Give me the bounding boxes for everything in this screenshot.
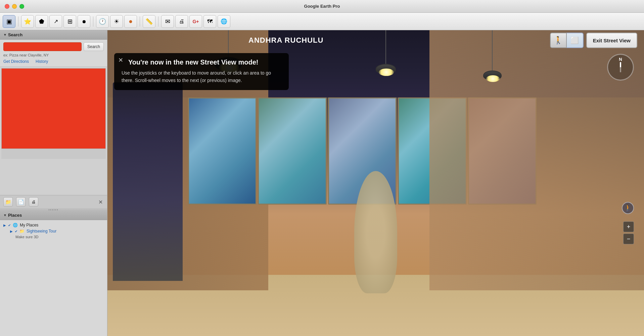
list-item[interactable]: ▶ ✔ 🌐 My Places — [3, 222, 104, 228]
street-view-tooltip: ✕ You're now in the new Street View mode… — [114, 53, 289, 90]
search-result-area — [0, 67, 107, 195]
toggle-sidebar-button[interactable]: ▣ — [3, 15, 15, 28]
add-polygon-button[interactable]: ⬟ — [35, 15, 48, 28]
check-icon: ✔ — [8, 223, 11, 227]
location-name: ANDHRA RUCHULU — [248, 36, 323, 45]
main-toolbar: ▣ ⭐ ⬟ ↗ ⊞ ⏺ 🕐 ☀ ● 📏 ✉ 🖨 G+ 🗺 🌐 — [0, 13, 644, 30]
gplus-icon: G+ — [192, 19, 199, 24]
maximize-window-button[interactable] — [19, 4, 24, 9]
tooltip-body: Use the joysticks or the keyboard to mov… — [122, 70, 283, 84]
record-tour-button[interactable]: ⏺ — [78, 15, 90, 28]
sightseeing-tour-label: Sightseeing Tour — [27, 229, 56, 234]
sidebar-icon: ▣ — [6, 18, 12, 25]
print-sidebar-button[interactable]: 🖨 — [29, 197, 38, 207]
new-folder-button[interactable]: 📁 — [3, 197, 13, 207]
search-result-image — [1, 68, 106, 149]
email-button[interactable]: ✉ — [161, 15, 174, 28]
places-section-label: Places — [8, 213, 22, 218]
exit-street-view-button[interactable]: Exit Street View — [586, 33, 637, 48]
search-links: Get Directions History — [3, 59, 104, 64]
add-path-button[interactable]: ↗ — [49, 15, 62, 28]
history-link[interactable]: History — [36, 59, 48, 64]
add-overlay-button[interactable]: ⊞ — [63, 15, 76, 28]
person-figure-left — [113, 82, 183, 281]
email-icon: ✉ — [165, 18, 170, 25]
search-section-label: Search — [8, 32, 22, 37]
zoom-controls: + − — [623, 221, 634, 244]
search-collapse-triangle[interactable]: ▼ — [3, 33, 7, 37]
resize-dots — [49, 209, 59, 210]
tooltip-title: You're now in the new Street View mode! — [128, 58, 283, 66]
search-input[interactable] — [3, 42, 82, 51]
globe-icon: 🌐 — [221, 18, 227, 25]
print-icon: 🖨 — [179, 18, 184, 25]
record-icon: ⏺ — [82, 19, 86, 24]
list-item[interactable]: ▶ ✔ 📁 Sightseeing Tour — [3, 228, 104, 234]
map-button[interactable]: 🗺 — [203, 15, 216, 28]
art-panel — [188, 97, 257, 205]
historical-imagery-button[interactable]: 🕐 — [96, 15, 109, 28]
search-result-bottom — [1, 149, 106, 159]
person-figure-center — [354, 171, 397, 293]
print-sidebar-icon: 🖨 — [32, 200, 36, 204]
print-button[interactable]: 🖨 — [175, 15, 188, 28]
street-view-top-bar: ANDHRA RUCHULU 🚶 ⬜ Exit Street View — [107, 30, 644, 50]
search-row: Search — [3, 42, 104, 51]
list-item: Make sure 3D — [3, 234, 104, 240]
search-button[interactable]: Search — [84, 42, 104, 51]
clock-icon: 🕐 — [99, 18, 106, 25]
new-document-icon: 📄 — [18, 199, 24, 205]
ruler-button[interactable]: 📏 — [143, 15, 155, 28]
main-layout: ▼ Search Search ex: Pizza near Clayville… — [0, 30, 644, 336]
search-area: Search ex: Pizza near Clayville, NY Get … — [0, 40, 107, 67]
expand-arrow-icon: ▶ — [10, 229, 13, 233]
places-section-header: ▼ Places — [0, 211, 107, 220]
get-directions-link[interactable]: Get Directions — [3, 59, 29, 64]
make-sure-3d-label: Make sure 3D — [15, 235, 38, 239]
search-section-header: ▼ Search — [0, 30, 107, 40]
close-window-button[interactable] — [5, 4, 9, 9]
cube-icon: ⬜ — [570, 36, 579, 44]
places-collapse-triangle[interactable]: ▼ — [3, 213, 7, 217]
minimize-window-button[interactable] — [12, 4, 17, 9]
new-item-button[interactable]: 📄 — [16, 197, 26, 207]
sky-button[interactable]: ● — [124, 15, 137, 28]
earth-button[interactable]: 🌐 — [218, 15, 230, 28]
zoom-in-button[interactable]: + — [623, 221, 634, 232]
sidebar-bottom-toolbar: 📁 📄 🖨 ✕ — [0, 195, 107, 209]
ruler-icon: 📏 — [145, 18, 153, 25]
expand-arrow-icon: ▶ — [3, 223, 6, 227]
art-panel — [258, 97, 327, 205]
placemark-icon: ⭐ — [24, 18, 31, 25]
path-icon: ↗ — [54, 18, 58, 25]
folder-icon: 📁 — [5, 199, 11, 205]
zoom-out-button[interactable]: − — [623, 234, 634, 244]
tooltip-close-button[interactable]: ✕ — [118, 56, 123, 64]
my-places-label: My Places — [20, 223, 38, 227]
toolbar-separator-1 — [18, 16, 18, 27]
compass-arrow — [620, 62, 621, 72]
window-controls — [5, 4, 24, 9]
folder-icon-sub: 📁 — [19, 229, 25, 234]
toolbar-separator-3 — [140, 16, 140, 27]
toolbar-separator-2 — [93, 16, 93, 27]
toolbar-separator-4 — [158, 16, 158, 27]
street-view-cube-button[interactable]: ⬜ — [567, 33, 584, 48]
map-icon: 🗺 — [207, 18, 213, 25]
places-section: ▼ Places ▶ ✔ 🌐 My Places ▶ ✔ 📁 Sightseei… — [0, 211, 107, 336]
sky-icon: ● — [129, 17, 133, 25]
street-view-person-nav: 🚶 — [622, 202, 634, 214]
street-view-container[interactable]: ANDHRA RUCHULU 🚶 ⬜ Exit Street View ✕ Yo… — [107, 30, 644, 336]
add-placemark-button[interactable]: ⭐ — [21, 15, 34, 28]
check-icon-sub: ✔ — [15, 229, 17, 233]
title-bar: Google Earth Pro — [0, 0, 644, 13]
places-list: ▶ ✔ 🌐 My Places ▶ ✔ 📁 Sightseeing Tour M… — [0, 220, 107, 336]
my-places-globe-icon: 🌐 — [13, 223, 18, 227]
close-panel-button[interactable]: ✕ — [97, 199, 104, 205]
sunlight-button[interactable]: ☀ — [110, 15, 123, 28]
close-icon: ✕ — [98, 199, 103, 205]
nav-person-icon[interactable]: 🚶 — [622, 202, 634, 214]
gplus-button[interactable]: G+ — [189, 15, 202, 28]
street-view-person-button[interactable]: 🚶 — [550, 33, 567, 48]
search-placeholder: ex: Pizza near Clayville, NY — [3, 53, 104, 57]
